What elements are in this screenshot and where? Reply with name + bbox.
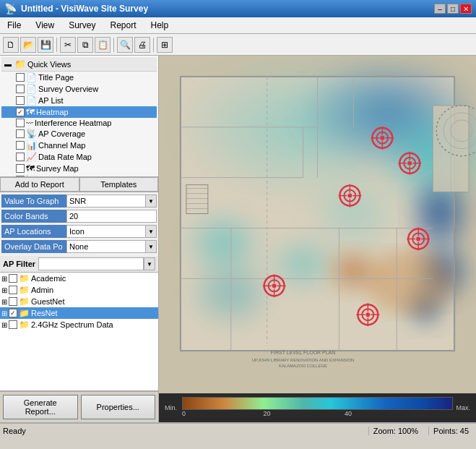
generate-report-button[interactable]: Generate Report... <box>3 395 78 419</box>
ap-filter-dropdown[interactable]: ▼ <box>144 257 155 270</box>
ap-filter-row: AP Filter ▼ <box>0 256 158 273</box>
checkbox-heatmap[interactable] <box>16 108 25 116</box>
expand-admin-icon[interactable]: ⊞ <box>1 286 7 294</box>
svg-point-49 <box>407 161 412 166</box>
add-to-report-button[interactable]: Add to Report <box>0 177 79 192</box>
title-bar: 📡 Untitled - VisiWave Site Survey – □ ✕ <box>0 0 476 17</box>
checkbox-ap-list[interactable] <box>16 96 25 105</box>
checkbox-data-rate-map[interactable] <box>16 153 25 161</box>
value-to-graph-label: Value To Graph <box>1 194 66 208</box>
overlay-data-field: None ▼ <box>66 240 157 253</box>
svg-point-77 <box>365 312 370 317</box>
expand-spectrum-icon[interactable]: ⊞ <box>1 321 7 329</box>
ap-group-spectrum[interactable]: ⊞ 📁 2.4GHz Spectrum Data <box>0 319 158 330</box>
collapse-icon[interactable]: ▬ <box>4 60 12 68</box>
new-button[interactable]: 🗋 <box>3 37 19 53</box>
window-title: Untitled - VisiWave Site Survey <box>21 4 148 14</box>
tree-label-ap-list: AP List <box>38 96 64 105</box>
interference-icon: 〰 <box>26 119 33 127</box>
checkbox-guestnet[interactable] <box>9 297 17 306</box>
expand-guestnet-icon[interactable]: ⊞ <box>1 298 7 306</box>
copy-button[interactable]: ⧉ <box>77 37 93 53</box>
tree-item-title-page[interactable]: 📄 Title Page <box>1 72 157 83</box>
quick-views-label: Quick Views <box>27 60 71 69</box>
minimize-button[interactable]: – <box>434 4 446 14</box>
checkbox-resnet[interactable] <box>9 309 17 317</box>
page-icon2: 📄 <box>26 84 37 94</box>
checkbox-survey-overview[interactable] <box>16 85 25 93</box>
overlay-data-dropdown[interactable]: ▼ <box>145 240 157 253</box>
properties-area: Value To Graph SNR ▼ Color Bands 20 AP L… <box>0 192 158 256</box>
tree-item-heatmap[interactable]: 🗺 Heatmap <box>1 106 157 118</box>
save-button[interactable]: 💾 <box>38 37 53 53</box>
status-points: Points: 45 <box>428 427 473 435</box>
special-button[interactable]: ⊞ <box>157 37 173 53</box>
find-button[interactable]: 🔍 <box>117 37 133 53</box>
checkbox-spectrum[interactable] <box>9 320 17 329</box>
floor-plan-svg: FIRST LEVEL FLOOR PLAN UPJOHN LIBRARY RE… <box>159 56 476 393</box>
ap-group-spectrum-label: 2.4GHz Spectrum Data <box>31 320 113 329</box>
ap-group-academic-label: Academic <box>31 274 66 283</box>
color-bands-row: Color Bands 20 <box>1 209 157 223</box>
folder-admin-icon: 📁 <box>19 285 30 295</box>
tree-item-channel-map[interactable]: 📊 Channel Map <box>1 140 157 151</box>
ap-group-guestnet[interactable]: ⊞ 📁 GuestNet <box>0 296 158 307</box>
color-bands-label: Color Bands <box>1 210 66 223</box>
checkbox-ap-coverage[interactable] <box>16 129 25 138</box>
left-panel: ▬ 📁 Quick Views 📄 Title Page 📄 Survey Ov… <box>0 56 159 422</box>
menu-file[interactable]: File <box>3 19 25 32</box>
map-canvas[interactable]: FIRST LEVEL FLOOR PLAN UPJOHN LIBRARY RE… <box>159 56 476 393</box>
status-ready: Ready <box>3 427 363 435</box>
checkbox-title-page[interactable] <box>16 73 25 82</box>
menu-bar: File View Survey Report Help <box>0 17 476 34</box>
tree-item-interference-heatmap[interactable]: 〰 Interference Heatmap <box>1 118 157 128</box>
toolbar-sep1 <box>56 38 57 52</box>
menu-view[interactable]: View <box>31 19 59 32</box>
templates-button[interactable]: Templates <box>79 177 159 192</box>
tree-label-survey-overview: Survey Overview <box>38 85 98 93</box>
checkbox-academic[interactable] <box>9 274 17 283</box>
folder-guestnet-icon: 📁 <box>19 296 30 307</box>
tree-item-data-rate-map[interactable]: 📈 Data Rate Map <box>1 151 157 163</box>
properties-button[interactable]: Properties... <box>81 395 156 419</box>
ap-group-resnet-label: ResNet <box>31 309 58 317</box>
checkbox-channel-map[interactable] <box>16 141 25 150</box>
maximize-button[interactable]: □ <box>447 4 459 14</box>
tree-item-ap-coverage[interactable]: 📡 AP Coverage <box>1 128 157 140</box>
tree-label-channel-map: Channel Map <box>38 141 85 150</box>
print-button[interactable]: 🖨 <box>134 37 150 53</box>
ap-group-admin[interactable]: ⊞ 📁 Admin <box>0 284 158 296</box>
status-zoom: Zoom: 100% <box>368 427 423 435</box>
open-button[interactable]: 📂 <box>20 37 36 53</box>
close-button[interactable]: ✕ <box>460 4 472 14</box>
ap-group-academic[interactable]: ⊞ 📁 Academic <box>0 273 158 284</box>
ap-locations-dropdown[interactable]: ▼ <box>145 225 157 238</box>
color-bands-value[interactable]: 20 <box>66 210 157 223</box>
menu-report[interactable]: Report <box>106 19 141 32</box>
paste-button[interactable]: 📋 <box>95 37 111 53</box>
value-to-graph-dropdown[interactable]: ▼ <box>145 194 157 208</box>
menu-help[interactable]: Help <box>147 19 173 32</box>
expand-academic-icon[interactable]: ⊞ <box>1 275 7 283</box>
app-icon: 📡 <box>4 3 17 14</box>
checkbox-survey-map[interactable] <box>16 164 25 173</box>
svg-point-63 <box>416 236 420 241</box>
checkbox-interference[interactable] <box>16 119 25 127</box>
cut-button[interactable]: ✂ <box>60 37 76 53</box>
expand-resnet-icon[interactable]: ⊞ <box>1 309 7 317</box>
quick-views-header: ▬ 📁 Quick Views <box>1 57 157 72</box>
ap-group-admin-label: Admin <box>31 286 53 294</box>
ap-locations-field: Icon ▼ <box>66 225 157 238</box>
ap-filter-input[interactable] <box>38 257 144 270</box>
legend-min-label: Min. <box>165 404 179 411</box>
menu-survey[interactable]: Survey <box>64 19 100 32</box>
ap-group-resnet[interactable]: ⊞ 📁 ResNet <box>0 307 158 319</box>
tree-item-survey-map[interactable]: 🗺 Survey Map <box>1 163 157 174</box>
folder-spectrum-icon: 📁 <box>19 320 30 330</box>
legend-tick-20: 20 <box>264 410 271 417</box>
tree-item-survey-overview[interactable]: 📄 Survey Overview <box>1 83 157 95</box>
legend-tick-40: 40 <box>345 410 352 417</box>
tree-item-ap-list[interactable]: 📄 AP List <box>1 95 157 106</box>
tree-label-ap-coverage: AP Coverage <box>38 129 85 138</box>
checkbox-admin[interactable] <box>9 286 17 294</box>
